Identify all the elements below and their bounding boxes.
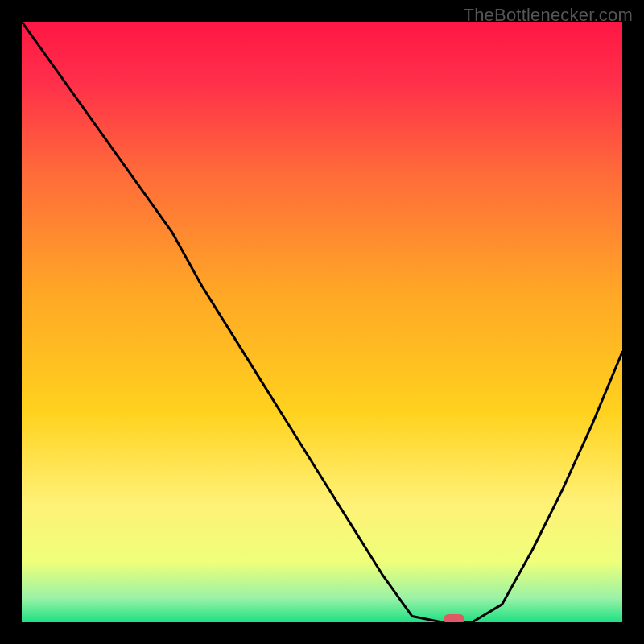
bottleneck-chart [0,0,644,644]
optimal-marker [444,614,464,624]
gradient-background [22,22,622,622]
chart-frame: TheBottlenecker.com [0,0,644,644]
